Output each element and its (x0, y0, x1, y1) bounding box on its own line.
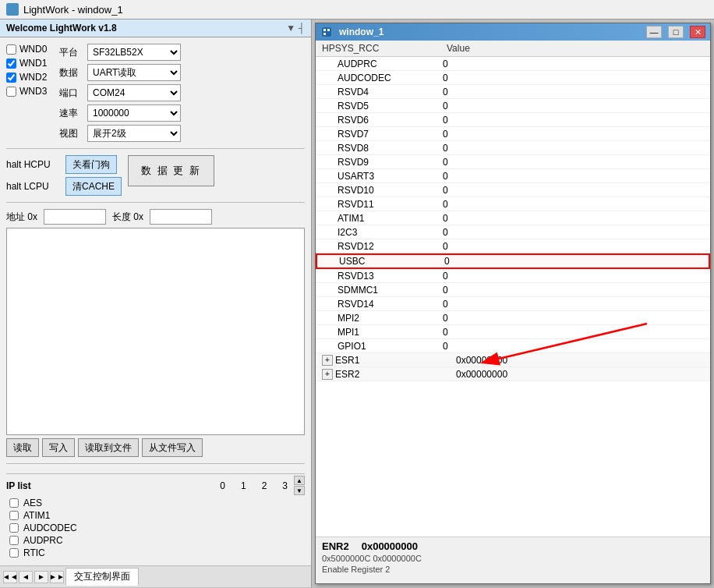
esr2-row[interactable]: + ESR2 0x00000000 (316, 367, 710, 381)
table-row[interactable]: RSVD8 0 (316, 141, 710, 155)
halt-lcpu-row: halt LCPU 清CACHE (6, 177, 122, 196)
table-row[interactable]: RSVD12 0 (316, 239, 710, 253)
pin-icon[interactable]: ▼ ┤ (286, 23, 305, 34)
data-textarea[interactable] (6, 228, 305, 435)
esr2-name: ESR2 (335, 369, 456, 380)
table-row[interactable]: RSVD4 0 (316, 85, 710, 99)
row-name: ATIM1 (322, 213, 443, 224)
halt-lcpu-button[interactable]: 清CACHE (65, 177, 122, 196)
table-row[interactable]: RSVD10 0 (316, 183, 710, 197)
halt-hcpu-row: halt HCPU 关看门狗 (6, 155, 122, 174)
table-row[interactable]: MPI1 0 (316, 325, 710, 339)
usbc-name: USBC (323, 256, 444, 267)
ip-col-2: 2 (262, 480, 267, 491)
row-value: 0 (443, 73, 536, 83)
addr-input[interactable] (44, 209, 106, 225)
audprc-label: AUDPRC (23, 535, 86, 546)
table-row[interactable]: SDMMC1 0 (316, 283, 710, 297)
atim1-checkbox[interactable] (9, 511, 19, 520)
read-to-file-button[interactable]: 读取到文件 (78, 438, 139, 457)
tab-nav-prev[interactable]: ◄ (19, 571, 33, 583)
row-value: 0 (443, 115, 536, 126)
esr1-row[interactable]: + ESR1 0x00000000 (316, 353, 710, 367)
write-button[interactable]: 写入 (42, 438, 75, 457)
speed-select[interactable]: 1000000 (87, 104, 181, 122)
table-row[interactable]: I2C3 0 (316, 225, 710, 239)
info-detail-line2: Enable Register 2 (322, 565, 704, 574)
halt-hcpu-button[interactable]: 关看门狗 (65, 155, 117, 174)
platform-select[interactable]: SF32LB52X (87, 44, 181, 61)
table-row[interactable]: RSVD9 0 (316, 155, 710, 169)
ip-list-scroll-down[interactable]: ▼ (294, 486, 305, 495)
list-item: AUDCODEC (6, 522, 305, 534)
expand-icon[interactable]: + (322, 355, 333, 366)
tab-nav-first[interactable]: ◄◄ (3, 571, 17, 583)
table-row[interactable]: RSVD13 0 (316, 269, 710, 283)
window-minimize-button[interactable]: — (646, 26, 662, 38)
port-select[interactable]: COM24 (87, 84, 181, 101)
row-value: 0 (443, 129, 536, 140)
row-name: RSVD9 (322, 157, 443, 168)
table-row[interactable]: RSVD14 0 (316, 297, 710, 311)
table-row[interactable]: GPIO1 0 (316, 339, 710, 353)
aes-label: AES (23, 498, 86, 508)
wnd3-checkbox[interactable] (6, 87, 16, 97)
table-header: HPSYS_RCC Value (316, 41, 710, 57)
usbc-row[interactable]: USBC 0 (316, 253, 710, 269)
app-icon (6, 3, 19, 16)
audprc-checkbox[interactable] (9, 536, 19, 545)
audcodec-label: AUDCODEC (23, 522, 86, 533)
window-icon (320, 26, 333, 38)
table-row[interactable]: MPI2 0 (316, 311, 710, 325)
panel-title: Welcome LightWork v1.8 (6, 23, 117, 34)
row-value: 0 (443, 199, 536, 210)
wnd0-row: WND0 (6, 44, 45, 55)
table-container: HPSYS_RCC Value AUDPRC 0 AUDCODEC 0 RSVD… (316, 41, 710, 537)
row-value: 0 (443, 101, 536, 112)
tab-nav-last[interactable]: ►► (50, 571, 64, 583)
audcodec-checkbox[interactable] (9, 523, 19, 533)
rtic-checkbox[interactable] (9, 548, 19, 558)
data-select[interactable]: UART读取 (87, 64, 181, 81)
table-row[interactable]: AUDCODEC 0 (316, 71, 710, 85)
window-maximize-button[interactable]: □ (668, 26, 684, 38)
list-item: ATIM1 (6, 509, 305, 522)
wnd2-checkbox[interactable] (6, 73, 16, 83)
length-input[interactable] (150, 209, 212, 225)
info-bar: ENR2 0x00000000 0x5000000C 0x0000000C En… (316, 537, 710, 583)
table-row[interactable]: ATIM1 0 (316, 211, 710, 225)
table-row[interactable]: RSVD11 0 (316, 197, 710, 211)
info-detail-line1: 0x5000000C 0x0000000C (322, 554, 704, 563)
esr2-value: 0x00000000 (456, 369, 550, 380)
row-name: USART3 (322, 171, 443, 182)
window-title-bar: window_1 — □ ✕ (316, 23, 710, 41)
row-name: RSVD12 (322, 241, 443, 252)
row-name: SDMMC1 (322, 285, 443, 296)
row-value: 0 (443, 185, 536, 196)
row-name: RSVD14 (322, 299, 443, 310)
svg-rect-2 (327, 29, 330, 31)
table-row[interactable]: AUDPRC 0 (316, 57, 710, 71)
read-button[interactable]: 读取 (6, 438, 39, 457)
row-value: 0 (443, 227, 536, 238)
aes-checkbox[interactable] (9, 498, 19, 508)
tab-nav-next[interactable]: ► (34, 571, 48, 583)
ip-list-scroll-up[interactable]: ▲ (294, 476, 305, 485)
expand-icon[interactable]: + (322, 369, 333, 380)
wnd0-checkbox[interactable] (6, 44, 16, 55)
row-name: RSVD8 (322, 143, 443, 154)
length-label: 长度 0x (112, 211, 143, 224)
row-name: I2C3 (322, 227, 443, 238)
tab-interactive-label[interactable]: 交互控制界面 (65, 568, 139, 586)
view-select[interactable]: 展开2级 (87, 125, 181, 142)
wnd1-checkbox[interactable] (6, 58, 16, 69)
table-row[interactable]: USART3 0 (316, 169, 710, 183)
ip-list-columns: 0 1 2 3 (220, 480, 288, 491)
table-row[interactable]: RSVD6 0 (316, 113, 710, 127)
window-close-button[interactable]: ✕ (690, 26, 705, 38)
data-update-button[interactable]: 数 据 更 新 (128, 155, 214, 186)
view-label: 视图 (59, 125, 84, 142)
table-row[interactable]: RSVD5 0 (316, 99, 710, 113)
table-row[interactable]: RSVD7 0 (316, 127, 710, 141)
write-from-file-button[interactable]: 从文件写入 (142, 438, 203, 457)
